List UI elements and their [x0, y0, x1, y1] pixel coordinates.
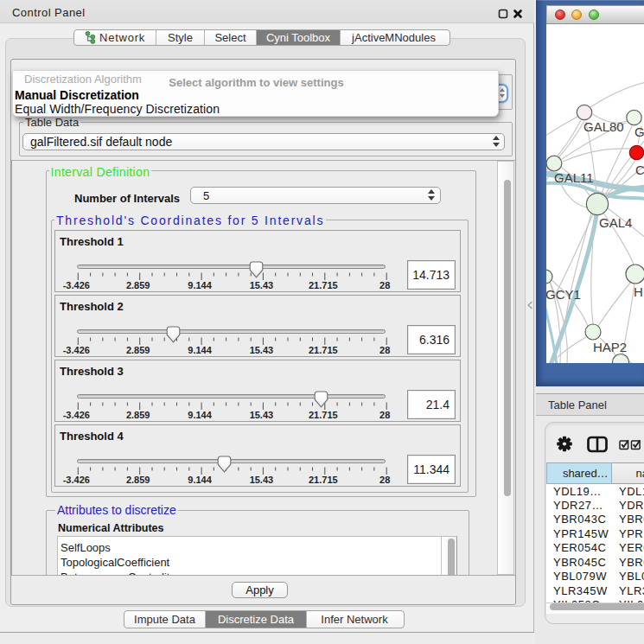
svg-text:C: C — [635, 163, 644, 177]
svg-text:GAL11: GAL11 — [554, 170, 594, 185]
svg-text:HAP2: HAP2 — [593, 340, 627, 354]
svg-text:HI: HI — [634, 284, 644, 299]
svg-text:GAL80: GAL80 — [583, 119, 624, 134]
svg-text:GA: GA — [634, 124, 644, 139]
svg-text:GCY1: GCY1 — [546, 287, 581, 302]
svg-text:GAL4: GAL4 — [599, 215, 632, 230]
